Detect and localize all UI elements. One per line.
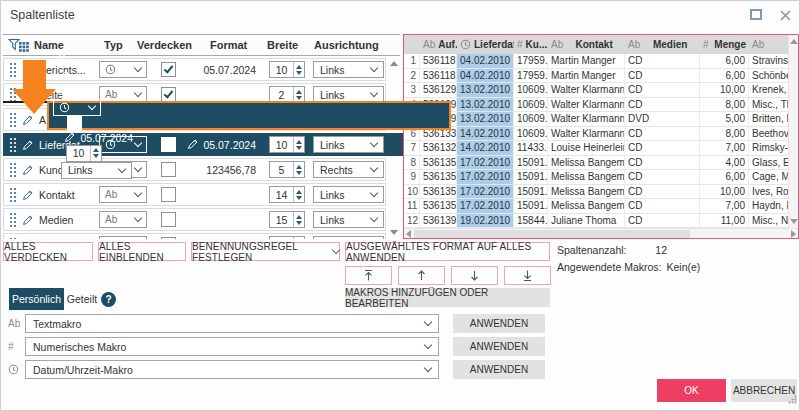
apply-format-button[interactable]: AUSGEWÄHLTES FORMAT AUF ALLES ANWENDEN [345,242,550,261]
preview-vertical-scrollbar[interactable] [788,35,798,228]
rename-pencil-icon[interactable] [22,239,34,240]
apply-number-macro-button[interactable]: ANWENDEN [453,337,545,356]
format-cell: 05.07.2024 [178,64,256,76]
hide-all-button[interactable]: ALLES VERDECKEN [3,242,93,261]
show-all-button[interactable]: ALLES EINBLENDEN [98,242,186,261]
close-icon[interactable] [779,8,792,21]
stepper-up-icon[interactable] [296,90,302,94]
stepper-down-icon[interactable] [296,196,302,200]
preview-cell: Britten, Kri [749,112,788,126]
stepper-down-icon[interactable] [296,171,302,175]
dragged-column-row[interactable]: Lieferdat...05.07.202410Links [47,101,451,130]
date-macro-select[interactable]: Datum/Uhrzeit-Makro [25,360,439,379]
text-macro-select[interactable]: Textmakro [25,314,439,333]
maximize-icon[interactable] [750,9,762,20]
stepper-up-icon[interactable] [296,65,302,69]
width-stepper[interactable]: 15 [269,211,305,228]
width-stepper[interactable]: 10 [66,145,102,162]
stepper-up-icon[interactable] [93,148,99,152]
type-select[interactable]: Ab [99,211,147,228]
hide-checkbox[interactable] [161,212,176,227]
hide-checkbox[interactable] [161,137,176,152]
list-scroll-up-icon[interactable] [390,61,398,66]
format-pencil-icon[interactable] [64,131,76,145]
drag-handle-icon[interactable] [9,162,17,178]
drag-handle-icon[interactable] [9,137,17,153]
type-prefix: Ab [423,39,435,50]
hide-checkbox[interactable] [161,237,176,239]
type-select[interactable]: Ab [99,186,147,203]
alignment-select[interactable] [313,236,384,239]
width-stepper[interactable]: 10 [269,61,305,78]
alignment-select[interactable]: Rechts [313,161,384,178]
hide-checkbox[interactable] [161,62,176,77]
hide-checkbox[interactable] [67,116,82,131]
stepper-up-icon[interactable] [296,215,302,219]
stepper-up-icon[interactable] [296,140,302,144]
scroll-up-icon[interactable] [790,39,798,44]
stepper-up-icon[interactable] [296,165,302,169]
scrollbar-thumb[interactable] [414,230,690,238]
drag-handle-icon[interactable] [9,212,17,228]
apply-text-macro-button[interactable]: ANWENDEN [453,314,545,333]
column-row[interactable]: KontaktAb14Links [3,183,386,206]
width-stepper[interactable]: 14 [269,186,305,203]
width-stepper[interactable]: 5 [269,161,305,178]
rename-pencil-icon[interactable] [22,139,34,151]
move-down-button[interactable] [451,266,498,285]
alignment-select[interactable]: Links [313,211,384,228]
number-macro-select[interactable]: Numerisches Makro [25,337,439,356]
scroll-down-icon[interactable] [790,219,798,224]
chevron-down-icon [134,189,142,197]
type-select[interactable] [99,236,147,239]
apply-date-macro-button[interactable]: ANWENDEN [453,360,545,379]
move-to-bottom-button[interactable] [504,266,551,285]
preview-cell: 2 [404,69,420,83]
naming-rule-button[interactable]: BENENNUNGSREGEL FESTLEGEN [191,242,340,261]
type-prefix: Ab [551,39,563,50]
drag-handle-icon[interactable] [9,237,17,240]
filter-grid-icon [8,38,30,56]
column-row[interactable] [3,233,386,239]
width-stepper[interactable]: 10 [269,136,305,153]
move-up-button[interactable] [398,266,445,285]
rename-pencil-icon[interactable] [22,189,34,201]
hide-checkbox[interactable] [161,87,176,102]
scroll-right-icon[interactable] [791,230,796,238]
scroll-left-icon[interactable] [406,230,411,238]
stepper-down-icon[interactable] [296,221,302,225]
help-icon[interactable]: ? [101,292,116,307]
tab-geteilt[interactable]: Geteilt [64,288,100,310]
preview-horizontal-scrollbar[interactable] [404,228,798,238]
hide-checkbox[interactable] [161,187,176,202]
format-pencil-icon[interactable] [187,138,199,152]
tab-persoenlich[interactable]: Persönlich [9,288,64,310]
column-row[interactable]: MedienAb15Links [3,208,386,231]
alignment-select[interactable]: Links [313,186,384,203]
preview-cell: 10609... [514,127,548,141]
edit-macros-button[interactable]: MAKROS HINZUFÜGEN ODER BEARBEITEN [345,288,550,307]
drag-handle-icon[interactable] [9,187,17,203]
alignment-select[interactable]: Links [61,162,132,179]
rename-pencil-icon[interactable] [22,214,34,226]
stepper-down-icon[interactable] [296,96,302,100]
stepper-up-icon[interactable] [296,190,302,194]
alignment-select[interactable]: Links [313,136,384,153]
list-scroll-down-icon[interactable] [390,230,398,235]
ok-button[interactable]: OK [657,379,726,402]
type-select[interactable] [53,99,101,116]
move-to-top-button[interactable] [345,266,392,285]
rename-pencil-icon[interactable] [58,69,133,81]
width-stepper[interactable] [269,236,305,239]
stepper-down-icon[interactable] [296,71,302,75]
dragged-column-row-content[interactable]: Lieferdat...05.07.202410Links [53,53,133,179]
drag-handle-icon[interactable] [58,53,133,69]
stepper-down-icon[interactable] [296,146,302,150]
format-value: 05.07.2024 [80,132,133,144]
alignment-select[interactable]: Links [313,61,384,78]
stepper-down-icon[interactable] [93,154,99,158]
rename-pencil-icon[interactable] [22,164,34,176]
resize-grip-icon[interactable] [788,390,797,408]
hide-checkbox[interactable] [161,162,176,177]
rename-pencil-icon[interactable] [22,114,34,126]
